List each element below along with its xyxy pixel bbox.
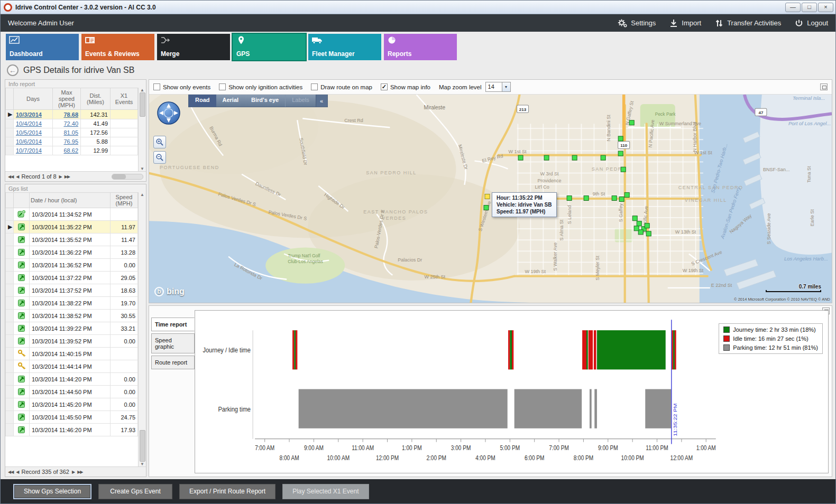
transfer-activities-button[interactable]: Transfer Activities: [715, 19, 781, 27]
gps-row[interactable]: 10/3/2014 11:37:22 PM29.05: [6, 272, 138, 284]
info-row[interactable]: 10/6/201476.955.88: [6, 137, 138, 146]
gps-point-marker[interactable]: [484, 206, 489, 210]
play-selected-x1-event-button[interactable]: Play Selected X1 Event: [282, 484, 369, 499]
nav-tile-reports[interactable]: Reports: [384, 34, 457, 60]
info-report-scrollbar[interactable]: ▲▼: [138, 88, 146, 171]
day-link[interactable]: 10/7/2014: [16, 147, 42, 154]
checkbox-box[interactable]: [153, 83, 160, 90]
max-speed-link[interactable]: 78.68: [63, 111, 78, 118]
map-svg[interactable]: 21311047 MiralestePeck ParkW Summerland …: [149, 95, 832, 303]
gps-row[interactable]: 10/3/2014 11:44:50 PM0.00: [6, 386, 138, 398]
map-view-tab-bird-s-eye[interactable]: Bird's eye: [245, 95, 285, 107]
info-col-header[interactable]: Days: [14, 88, 53, 110]
gps-point-marker[interactable]: [612, 195, 617, 200]
gps-row[interactable]: 10/3/2014 11:36:22 PM13.28: [6, 246, 138, 259]
pager-next-button[interactable]: ▶: [59, 174, 62, 179]
map-zoom-level-combo[interactable]: 14▼: [485, 82, 511, 92]
checkbox-show-only-events[interactable]: Show only events: [153, 83, 210, 90]
gps-row[interactable]: 10/3/2014 11:44:20 PM0.00: [6, 373, 138, 386]
map-view-tab-road[interactable]: Road: [189, 95, 216, 107]
gps-row[interactable]: 10/3/2014 11:36:52 PM0.00: [6, 259, 138, 272]
gps-point-marker[interactable]: [572, 155, 577, 160]
pager-last-button[interactable]: ▶▶: [77, 470, 82, 474]
pager-prev-button[interactable]: ◀: [16, 470, 19, 474]
pager-first-button[interactable]: ◀◀: [8, 174, 13, 179]
gps-row[interactable]: ▶10/3/2014 11:35:22 PM11.97: [6, 221, 138, 234]
gps-row[interactable]: 10/3/2014 11:34:52 PM: [6, 208, 138, 221]
gps-col-date[interactable]: Date / hour (local): [30, 193, 111, 208]
maximize-button[interactable]: □: [802, 3, 817, 12]
settings-button[interactable]: Settings: [618, 19, 656, 27]
create-gps-event-button[interactable]: Create Gps Event: [98, 484, 172, 499]
gps-point-marker[interactable]: [619, 197, 624, 201]
info-report-hscroll[interactable]: [112, 174, 143, 180]
info-row[interactable]: ▶10/3/201478.68142.31: [6, 110, 138, 119]
chart-tab-speed-graphic[interactable]: Speed graphic: [151, 333, 195, 353]
gps-point-marker[interactable]: [618, 136, 623, 141]
day-link[interactable]: 10/6/2014: [16, 138, 42, 145]
gps-point-marker[interactable]: [601, 155, 605, 160]
minimize-button[interactable]: —: [785, 3, 801, 12]
gps-point-marker[interactable]: [621, 167, 626, 172]
gps-point-marker[interactable]: [624, 192, 629, 197]
gps-point-marker[interactable]: [637, 221, 641, 226]
gps-point-marker[interactable]: [567, 195, 572, 200]
gps-point-marker[interactable]: [518, 155, 523, 160]
map-zoom-out-button[interactable]: [153, 151, 166, 164]
info-col-header[interactable]: Dist. (Miles): [81, 88, 111, 110]
gps-col-speed[interactable]: Speed (MPH): [111, 193, 138, 208]
info-col-header[interactable]: Max speed (MPH): [53, 88, 81, 110]
gps-row[interactable]: 10/3/2014 11:38:52 PM30.55: [6, 310, 138, 322]
gps-col-icon[interactable]: [14, 193, 30, 208]
gps-row[interactable]: 10/3/2014 11:39:22 PM33.21: [6, 322, 138, 335]
day-link[interactable]: 10/4/2014: [16, 120, 42, 127]
gps-point-marker[interactable]: [646, 231, 651, 236]
gps-row[interactable]: 10/3/2014 11:37:52 PM18.63: [6, 284, 138, 297]
pager-first-button[interactable]: ◀◀: [8, 470, 13, 474]
max-speed-link[interactable]: 76.95: [63, 138, 78, 145]
gps-row[interactable]: 10/3/2014 11:45:50 PM24.75: [6, 411, 138, 424]
checkbox-box[interactable]: [311, 83, 318, 90]
map-view-tabs-collapse-button[interactable]: «: [316, 95, 327, 107]
map-view-tab-aerial[interactable]: Aerial: [216, 95, 245, 107]
max-speed-link[interactable]: 81.05: [63, 129, 78, 136]
day-link[interactable]: 10/3/2014: [16, 111, 42, 118]
day-link[interactable]: 10/5/2014: [16, 129, 42, 136]
show-gps-selection-button[interactable]: Show Gps Selection: [13, 484, 91, 499]
nav-tile-fleet-manager[interactable]: Fleet Manager: [308, 34, 381, 60]
map-canvas[interactable]: 21311047 MiralestePeck ParkW Summerland …: [149, 95, 832, 303]
checkbox-box[interactable]: ✓: [381, 83, 388, 90]
max-speed-link[interactable]: 68.62: [63, 147, 78, 154]
close-button[interactable]: ×: [818, 3, 833, 12]
map-zoom-in-button[interactable]: [153, 136, 166, 148]
pager-next-button[interactable]: ▶: [72, 470, 75, 474]
pager-prev-button[interactable]: ◀: [16, 174, 19, 179]
gps-row[interactable]: 10/3/2014 11:44:14 PM: [6, 360, 138, 373]
selected-gps-marker[interactable]: [485, 194, 490, 199]
gps-point-marker[interactable]: [634, 226, 639, 231]
export-print-route-report-button[interactable]: Export / Print Route Report: [179, 484, 275, 499]
chart-tab-time-report[interactable]: Time report: [151, 318, 195, 331]
logout-button[interactable]: Logout: [795, 19, 828, 27]
info-row[interactable]: 10/4/201472.4041.49: [6, 119, 138, 128]
map-view-tab-labels[interactable]: Labels: [285, 95, 315, 107]
checkbox-show-map-info[interactable]: ✓Show map info: [381, 83, 430, 90]
checkbox-box[interactable]: [219, 83, 226, 90]
info-row[interactable]: 10/7/201468.6212.99: [6, 146, 138, 155]
checkbox-show-only-ignition-activities[interactable]: Show only ignition activities: [219, 83, 302, 90]
chart-tab-route-report[interactable]: Route report: [151, 356, 195, 369]
chevron-down-icon[interactable]: ▼: [502, 82, 510, 91]
gps-row[interactable]: 10/3/2014 11:46:20 PM17.93: [6, 424, 138, 436]
nav-tile-events-reviews[interactable]: Events & Reviews: [81, 34, 154, 60]
gps-row[interactable]: 10/3/2014 11:39:52 PM0.00: [6, 335, 138, 348]
gps-list-scrollbar[interactable]: ▲▼: [138, 192, 146, 466]
nav-tile-merge[interactable]: Merge: [157, 34, 230, 60]
map-panel-collapse-button[interactable]: [820, 83, 828, 90]
nav-tile-dashboard[interactable]: Dashboard: [6, 34, 79, 60]
gps-row[interactable]: 10/3/2014 11:40:15 PM: [6, 348, 138, 360]
gps-point-marker[interactable]: [618, 151, 623, 156]
gps-row[interactable]: 10/3/2014 11:38:22 PM19.70: [6, 297, 138, 310]
checkbox-draw-route-on-map[interactable]: Draw route on map: [311, 83, 372, 90]
info-row[interactable]: 10/5/201481.05172.56: [6, 128, 138, 137]
gps-point-marker[interactable]: [632, 216, 637, 221]
